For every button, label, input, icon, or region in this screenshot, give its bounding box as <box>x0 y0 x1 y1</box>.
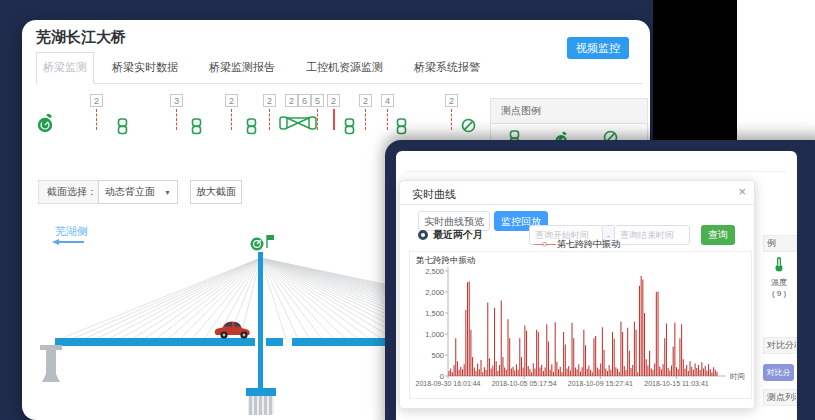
sidebar-compare-header: 对比分析 <box>763 337 797 354</box>
link-sensor-icon[interactable] <box>396 118 407 135</box>
svg-text:2,000: 2,000 <box>425 288 444 297</box>
red-dash-line <box>387 109 388 130</box>
svg-text:2018-10-15 11:03:41: 2018-10-15 11:03:41 <box>644 380 709 387</box>
svg-text:第七跨跨中振动: 第七跨跨中振动 <box>416 255 476 265</box>
section-select-value: 动态背立面 <box>105 185 155 199</box>
background-white-region <box>737 0 815 150</box>
tab-monitoring-report[interactable]: 桥梁监测报告 <box>203 53 281 83</box>
red-dash-line <box>365 109 366 130</box>
bridge-tower <box>258 252 263 392</box>
badge-number: 4 <box>381 94 394 107</box>
sensor-count-badge[interactable]: 5 <box>311 94 324 130</box>
screen: 芜湖长江大桥 桥梁监测 桥梁实时数据 桥梁监测报告 工控机资源监测 桥梁系统报警… <box>0 0 815 420</box>
sensor-count-badge[interactable]: 2 <box>445 94 458 130</box>
svg-text:1,000: 1,000 <box>425 330 444 339</box>
background-black-region <box>653 0 737 150</box>
chevron-down-icon: ▼ <box>164 189 171 196</box>
realtime-curve-dialog: 实时曲线 × 实时曲线预览 监控回放 最近两个月 - 查询 —○— 第七跨跨中振… <box>399 180 755 409</box>
sensor-count-badge[interactable]: 2 <box>225 94 238 130</box>
dialog-title: 实时曲线 <box>412 187 456 202</box>
red-dash-line <box>96 109 97 130</box>
center-pier <box>246 388 276 415</box>
page-divider <box>406 171 786 172</box>
gauge-sensor-icon[interactable] <box>36 114 55 133</box>
tab-system-alarm[interactable]: 桥梁系统报警 <box>408 53 486 83</box>
temperature-label: 温度 <box>759 277 799 288</box>
badge-number: 6 <box>298 94 311 107</box>
red-dash-line <box>317 109 318 130</box>
red-dash-line <box>176 109 177 130</box>
red-dash-line <box>451 109 452 130</box>
badge-number: 5 <box>311 94 324 107</box>
zoom-section-button[interactable]: 放大截面 <box>190 180 242 204</box>
legend-series-name: 第七跨跨中振动 <box>557 239 620 249</box>
sensor-count-badge[interactable]: 3 <box>170 94 183 130</box>
link-sensor-icon[interactable] <box>344 118 355 135</box>
section-select-dropdown[interactable]: 动态背立面 ▼ <box>98 180 178 204</box>
secondary-window: 例 温度 ( 9 ) 对比分析 对比分析 测点列表 实时曲线 × 实时曲线预览 <box>385 140 815 420</box>
badge-number: 2 <box>285 94 298 107</box>
section-select-group: 截面选择： 动态背立面 ▼ <box>38 180 178 204</box>
red-dash-line <box>269 109 270 130</box>
link-sensor-icon[interactable] <box>117 118 128 135</box>
badge-number: 2 <box>359 94 372 107</box>
sidebar-temperature-item[interactable]: 温度 ( 9 ) <box>759 256 799 298</box>
svg-text:时间: 时间 <box>730 372 745 381</box>
close-icon[interactable]: × <box>738 185 746 199</box>
badge-number: 2 <box>327 94 340 107</box>
badge-number: 3 <box>170 94 183 107</box>
temperature-count: ( 9 ) <box>759 289 799 298</box>
svg-text:1,500: 1,500 <box>425 309 444 318</box>
main-tabbar: 桥梁监测 桥梁实时数据 桥梁监测报告 工控机资源监测 桥梁系统报警 <box>36 56 642 84</box>
svg-text:2018-10-05 05:17:54: 2018-10-05 05:17:54 <box>492 380 557 387</box>
sensor-count-badge[interactable]: 2 <box>263 94 276 130</box>
badge-number: 2 <box>263 94 276 107</box>
car <box>215 322 250 339</box>
link-sensor-icon[interactable] <box>191 118 202 135</box>
page-title: 芜湖长江大桥 <box>36 28 126 47</box>
thermometer-icon <box>773 256 785 272</box>
red-dash-line <box>231 109 232 130</box>
tower-sensor-icon[interactable] <box>251 235 275 251</box>
red-dash-line <box>333 109 335 130</box>
sensor-count-badge[interactable]: 2 <box>90 94 103 130</box>
svg-text:500: 500 <box>431 351 444 360</box>
compare-analysis-button[interactable]: 对比分析 <box>763 364 794 381</box>
tab-realtime-data[interactable]: 桥梁实时数据 <box>106 53 184 83</box>
dialog-header: 实时曲线 × <box>400 181 754 205</box>
sidebar-legend-header: 例 <box>763 235 797 252</box>
badge-number: 2 <box>225 94 238 107</box>
sensor-count-badge[interactable]: 2 <box>359 94 372 130</box>
legend-marker-icon: —○— <box>534 239 554 249</box>
left-pier <box>40 345 62 382</box>
svg-text:2018-09-30 16:01:44: 2018-09-30 16:01:44 <box>416 380 481 387</box>
video-monitoring-button[interactable]: 视频监控 <box>567 37 629 59</box>
sensor-count-badge[interactable]: 4 <box>381 94 394 130</box>
chart-canvas: 第七跨跨中振动05001,0001,5002,0002,5002018-09-3… <box>410 252 751 398</box>
badge-number: 2 <box>445 94 458 107</box>
secondary-window-page: 例 温度 ( 9 ) 对比分析 对比分析 测点列表 实时曲线 × 实时曲线预览 <box>396 151 797 420</box>
ban-sensor-icon[interactable] <box>461 118 476 133</box>
svg-text:2018-10-09 15:27:41: 2018-10-09 15:27:41 <box>568 380 633 387</box>
badge-number: 2 <box>90 94 103 107</box>
vibration-chart: 第七跨跨中振动05001,0001,5002,0002,5002018-09-3… <box>409 251 752 399</box>
section-select-label: 截面选择： <box>39 185 97 199</box>
legend-panel-title: 测点图例 <box>491 99 647 124</box>
sidebar-point-list-header: 测点列表 <box>763 389 797 406</box>
link-sensor-icon[interactable] <box>246 118 257 135</box>
chart-legend[interactable]: —○— 第七跨跨中振动 <box>400 238 754 251</box>
sensor-count-badge[interactable]: 2 <box>327 94 340 130</box>
tab-ipc-resource-monitoring[interactable]: 工控机资源监测 <box>300 53 389 83</box>
svg-text:2,500: 2,500 <box>425 267 444 276</box>
tab-bridge-monitoring[interactable]: 桥梁监测 <box>36 52 94 84</box>
